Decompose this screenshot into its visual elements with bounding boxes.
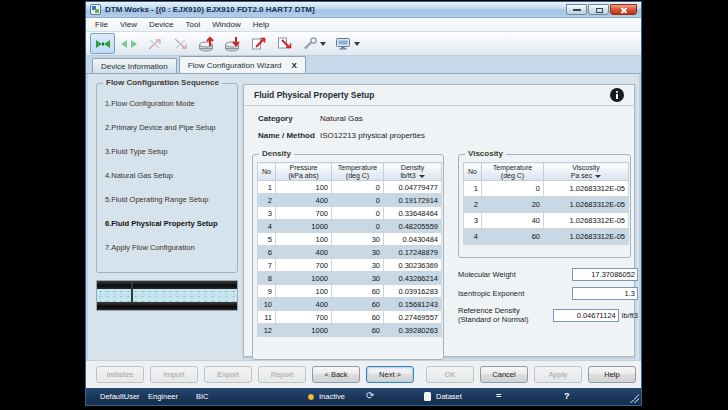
cell-no[interactable]: 5	[258, 233, 276, 246]
cell-temperature[interactable]: 0	[332, 181, 384, 194]
table-row[interactable]: 240000.19172914	[258, 194, 442, 207]
viscosity-header-unit[interactable]: Viscosity Pa sec	[544, 163, 629, 181]
export-button[interactable]: Export	[204, 366, 252, 383]
cell-density[interactable]: 0.0430484	[384, 233, 442, 246]
table-row[interactable]: 6400300.17248879	[258, 246, 442, 259]
table-row[interactable]: 110000.04779477	[258, 181, 442, 194]
initialize-button[interactable]: Initialize	[96, 366, 144, 383]
cell-temperature[interactable]: 30	[332, 259, 384, 272]
cell-no[interactable]: 4	[258, 220, 276, 233]
resize-grip[interactable]	[630, 394, 639, 403]
cell-pressure[interactable]: 400	[276, 194, 332, 207]
report-button[interactable]: Report	[258, 366, 306, 383]
cell-no[interactable]: 6	[258, 246, 276, 259]
cell-viscosity[interactable]: 1.02683312E-05	[544, 197, 629, 213]
maximize-button[interactable]	[588, 4, 609, 15]
compare-download-icon[interactable]	[168, 33, 193, 54]
cell-no[interactable]: 3	[258, 207, 276, 220]
reference-density-field[interactable]	[553, 309, 619, 322]
connect-icon[interactable]	[90, 33, 115, 54]
cell-pressure[interactable]: 100	[276, 285, 332, 298]
cell-density[interactable]: 0.48205559	[384, 220, 442, 233]
cell-density[interactable]: 0.03916283	[384, 285, 442, 298]
tab-flow-configuration-wizard[interactable]: Flow Configuration Wizard X	[179, 56, 306, 73]
cell-density[interactable]: 0.30236369	[384, 259, 442, 272]
cell-no[interactable]: 11	[258, 311, 276, 324]
table-row[interactable]: 9100600.03916283	[258, 285, 442, 298]
cell-density[interactable]: 0.15681243	[384, 298, 442, 311]
molecular-weight-field[interactable]	[572, 268, 638, 281]
cell-pressure[interactable]: 100	[276, 233, 332, 246]
menu-help[interactable]: Help	[247, 20, 275, 29]
cell-viscosity[interactable]: 1.02683312E-05	[544, 229, 629, 245]
cell-temperature[interactable]: 60	[332, 298, 384, 311]
table-row[interactable]: 370000.33648464	[258, 207, 442, 220]
table-row[interactable]: 5100300.0430484	[258, 233, 442, 246]
cell-pressure[interactable]: 100	[276, 181, 332, 194]
menu-device[interactable]: Device	[143, 20, 179, 29]
cell-density[interactable]: 0.17248879	[384, 246, 442, 259]
cell-no[interactable]: 12	[258, 324, 276, 337]
cell-temperature[interactable]: 60	[332, 311, 384, 324]
table-row[interactable]: 7700300.30236369	[258, 259, 442, 272]
cell-no[interactable]: 8	[258, 272, 276, 285]
cell-viscosity[interactable]: 1.02683312E-05	[544, 213, 629, 229]
cell-no[interactable]: 1	[464, 181, 482, 197]
cell-temperature[interactable]: 0	[332, 194, 384, 207]
table-row[interactable]: 81000300.43266214	[258, 272, 442, 285]
disconnect-icon[interactable]	[116, 33, 141, 54]
apply-button[interactable]: Apply	[534, 366, 582, 383]
back-button[interactable]: < Back	[312, 366, 360, 383]
menu-view[interactable]: View	[114, 20, 143, 29]
tools-menu-icon[interactable]	[298, 33, 330, 54]
cell-no[interactable]: 4	[464, 229, 482, 245]
table-row[interactable]: 4601.02683312E-05	[464, 229, 629, 245]
tab-close-icon[interactable]: X	[292, 61, 297, 70]
table-row[interactable]: 11700600.27469557	[258, 311, 442, 324]
cell-density[interactable]: 0.27469557	[384, 311, 442, 324]
isentropic-exponent-field[interactable]	[572, 287, 638, 300]
import-data-icon[interactable]	[272, 33, 297, 54]
cell-density[interactable]: 0.39280263	[384, 324, 442, 337]
cell-temperature[interactable]: 60	[482, 229, 544, 245]
cell-temperature[interactable]: 60	[332, 285, 384, 298]
download-to-device-icon[interactable]	[220, 33, 245, 54]
cell-temperature[interactable]: 0	[332, 220, 384, 233]
cell-pressure[interactable]: 1000	[276, 324, 332, 337]
minimize-button[interactable]	[566, 4, 587, 15]
next-button[interactable]: Next >	[366, 366, 414, 383]
table-row[interactable]: 2201.02683312E-05	[464, 197, 629, 213]
cell-temperature[interactable]: 30	[332, 272, 384, 285]
upload-from-device-icon[interactable]	[194, 33, 219, 54]
cell-temperature[interactable]: 30	[332, 246, 384, 259]
cell-density[interactable]: 0.04779477	[384, 181, 442, 194]
cell-pressure[interactable]: 700	[276, 207, 332, 220]
table-row[interactable]: 4100000.48205559	[258, 220, 442, 233]
cell-pressure[interactable]: 1000	[276, 272, 332, 285]
cell-pressure[interactable]: 400	[276, 246, 332, 259]
tab-device-information[interactable]: Device Information	[92, 58, 177, 73]
cell-no[interactable]: 1	[258, 181, 276, 194]
cell-pressure[interactable]: 700	[276, 311, 332, 324]
menu-tool[interactable]: Tool	[180, 20, 207, 29]
info-icon[interactable]	[610, 88, 624, 102]
cell-density[interactable]: 0.33648464	[384, 207, 442, 220]
table-row[interactable]: 10400600.15681243	[258, 298, 442, 311]
cell-density[interactable]: 0.19172914	[384, 194, 442, 207]
cell-pressure[interactable]: 700	[276, 259, 332, 272]
cancel-button[interactable]: Cancel	[480, 366, 528, 383]
cell-density[interactable]: 0.43266214	[384, 272, 442, 285]
cell-temperature[interactable]: 40	[482, 213, 544, 229]
cell-pressure[interactable]: 400	[276, 298, 332, 311]
cell-temperature[interactable]: 30	[332, 233, 384, 246]
table-row[interactable]: 3401.02683312E-05	[464, 213, 629, 229]
table-row[interactable]: 101.02683312E-05	[464, 181, 629, 197]
cell-pressure[interactable]: 1000	[276, 220, 332, 233]
density-header-unit[interactable]: Density lb/ft3	[384, 163, 442, 181]
cell-no[interactable]: 9	[258, 285, 276, 298]
table-row[interactable]: 121000600.39280263	[258, 324, 442, 337]
compare-upload-icon[interactable]	[142, 33, 167, 54]
menu-window[interactable]: Window	[206, 20, 246, 29]
menu-file[interactable]: File	[89, 20, 114, 29]
export-data-icon[interactable]	[246, 33, 271, 54]
